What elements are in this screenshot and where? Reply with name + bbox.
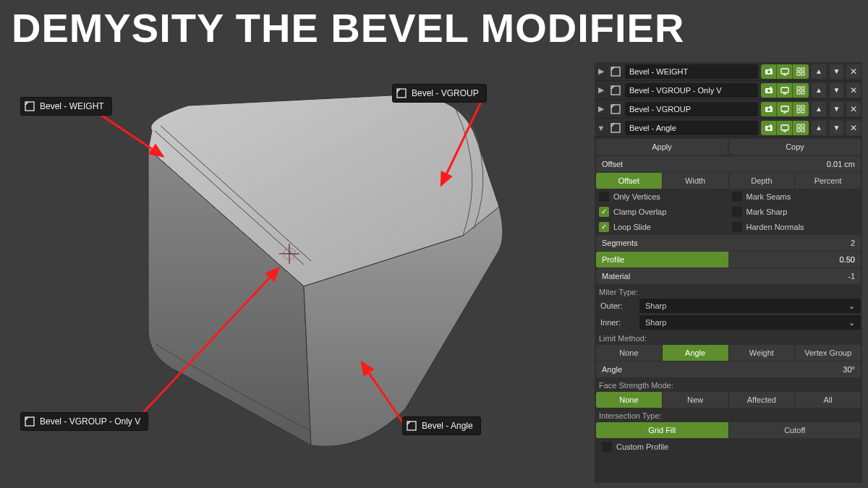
move-down-button[interactable]: ▼: [829, 83, 843, 98]
modifier-name-field[interactable]: Bevel - VGROUP - Only V: [625, 83, 758, 98]
offset-type-tabs: OffsetWidthDepthPercent: [596, 173, 861, 189]
render-visibility-toggle[interactable]: [761, 121, 777, 135]
checkbox[interactable]: [599, 192, 609, 202]
expand-toggle[interactable]: ▶: [596, 67, 606, 76]
tab-option[interactable]: Vertex Group: [795, 345, 861, 361]
checkbox[interactable]: [732, 192, 742, 202]
expand-toggle[interactable]: ▶: [596, 85, 606, 95]
edit-mode-visibility-toggle[interactable]: [793, 83, 809, 98]
svg-rect-35: [797, 87, 800, 90]
viewport-label-vgroup-only-v: Bevel - VGROUP - Only V: [20, 412, 148, 431]
svg-rect-57: [797, 124, 800, 127]
expand-toggle[interactable]: ▼: [596, 124, 606, 132]
check-item-only-vertices: Only Vertices: [596, 189, 728, 204]
tab-option[interactable]: Angle: [663, 345, 729, 361]
expand-toggle[interactable]: ▶: [596, 104, 606, 114]
tab-option[interactable]: All: [795, 392, 861, 408]
svg-rect-54: [770, 124, 772, 126]
tab-option[interactable]: Weight: [729, 345, 796, 361]
viewport-label-text: Bevel - WEIGHT: [40, 101, 104, 111]
field-label: Profile: [602, 255, 624, 264]
segments-field[interactable]: Segments 2: [596, 235, 861, 251]
modifier-row: ▼Bevel - Angle▲▼✕: [595, 119, 862, 137]
checkbox[interactable]: [732, 207, 742, 217]
viewport-label-vgroup: Bevel - VGROUP: [392, 84, 487, 103]
viewport-3d[interactable]: Bevel - WEIGHT Bevel - VGROUP Bevel - VG…: [0, 62, 590, 488]
checkbox-label: Mark Seams: [746, 192, 791, 201]
material-field[interactable]: Material -1: [596, 268, 861, 284]
visibility-toggles: [761, 64, 809, 79]
svg-rect-25: [801, 68, 804, 71]
field-value: -1: [848, 272, 855, 281]
tab-option[interactable]: Cutoff: [729, 422, 861, 438]
tab-option[interactable]: None: [596, 392, 663, 408]
modifier-name-field[interactable]: Bevel - WEIGHT: [625, 64, 758, 79]
svg-rect-22: [781, 69, 788, 74]
move-up-button[interactable]: ▲: [812, 64, 826, 79]
face-strength-tabs: NoneNewAffectedAll: [596, 392, 861, 408]
move-down-button[interactable]: ▼: [829, 121, 843, 135]
check-item-loop-slide: Loop Slide: [596, 220, 728, 234]
render-visibility-toggle[interactable]: [761, 102, 777, 116]
remove-modifier-button[interactable]: ✕: [846, 102, 861, 116]
tab-option[interactable]: None: [596, 345, 663, 361]
svg-rect-21: [770, 68, 772, 69]
svg-rect-49: [801, 110, 804, 113]
miter-outer-dropdown[interactable]: Sharp⌄: [639, 299, 861, 313]
remove-modifier-button[interactable]: ✕: [846, 121, 861, 135]
viewport-visibility-toggle[interactable]: [777, 102, 793, 116]
edit-mode-visibility-toggle[interactable]: [793, 121, 809, 135]
checkbox[interactable]: [599, 222, 609, 232]
move-down-button[interactable]: ▼: [829, 64, 843, 79]
apply-button[interactable]: Apply: [596, 139, 728, 155]
modifier-name-field[interactable]: Bevel - Angle: [625, 121, 758, 135]
check-item-harden-normals: Harden Normals: [729, 220, 861, 234]
checkbox-label: Mark Sharp: [746, 207, 788, 216]
chevron-down-icon: ⌄: [848, 315, 855, 330]
limit-method-tabs: NoneAngleWeightVertex Group: [596, 345, 861, 361]
tab-option[interactable]: Depth: [729, 173, 796, 189]
tab-option[interactable]: Grid Fill: [596, 422, 729, 438]
remove-modifier-button[interactable]: ✕: [846, 83, 861, 98]
move-up-button[interactable]: ▲: [812, 121, 826, 135]
profile-slider[interactable]: Profile 0.50: [596, 252, 861, 267]
render-visibility-toggle[interactable]: [761, 64, 777, 79]
viewport-label-text: Bevel - VGROUP - Only V: [40, 416, 140, 427]
svg-point-31: [767, 89, 770, 92]
viewport-label-text: Bevel - VGROUP: [412, 88, 479, 98]
offset-field[interactable]: Offset 0.01 cm: [596, 156, 861, 172]
angle-field[interactable]: Angle 30°: [596, 361, 861, 377]
field-label: Material: [602, 272, 630, 281]
tab-option[interactable]: Affected: [729, 392, 796, 408]
render-visibility-toggle[interactable]: [761, 83, 777, 98]
tab-option[interactable]: Width: [663, 173, 729, 189]
tab-option[interactable]: New: [663, 392, 729, 408]
viewport-label-angle: Bevel - Angle: [402, 416, 481, 435]
checkbox-label: Loop Slide: [613, 223, 651, 231]
miter-outer-label: Outer:: [596, 301, 639, 310]
copy-button[interactable]: Copy: [729, 139, 861, 155]
svg-rect-33: [781, 87, 788, 93]
edit-mode-visibility-toggle[interactable]: [793, 102, 809, 116]
move-down-button[interactable]: ▼: [829, 102, 843, 116]
svg-rect-43: [770, 106, 772, 107]
move-up-button[interactable]: ▲: [812, 102, 826, 116]
remove-modifier-button[interactable]: ✕: [846, 64, 861, 79]
viewport-visibility-toggle[interactable]: [777, 121, 793, 135]
miter-inner-dropdown[interactable]: Sharp⌄: [639, 315, 861, 330]
custom-profile-checkbox[interactable]: [602, 442, 612, 452]
checkbox-label: Custom Profile: [616, 442, 668, 451]
move-up-button[interactable]: ▲: [812, 83, 826, 98]
svg-point-53: [767, 127, 770, 129]
svg-rect-47: [801, 106, 804, 108]
viewport-visibility-toggle[interactable]: [777, 83, 793, 98]
tab-option[interactable]: Offset: [596, 173, 663, 189]
page-title: DEMYSITY THE BEVEL MODIFIER: [12, 4, 684, 51]
edit-mode-visibility-toggle[interactable]: [793, 64, 809, 79]
checkbox[interactable]: [732, 222, 742, 232]
tab-option[interactable]: Percent: [795, 173, 861, 189]
miter-inner-label: Inner:: [596, 318, 639, 327]
checkbox[interactable]: [599, 207, 609, 217]
modifier-name-field[interactable]: Bevel - VGROUP: [625, 102, 758, 116]
viewport-visibility-toggle[interactable]: [777, 64, 793, 79]
